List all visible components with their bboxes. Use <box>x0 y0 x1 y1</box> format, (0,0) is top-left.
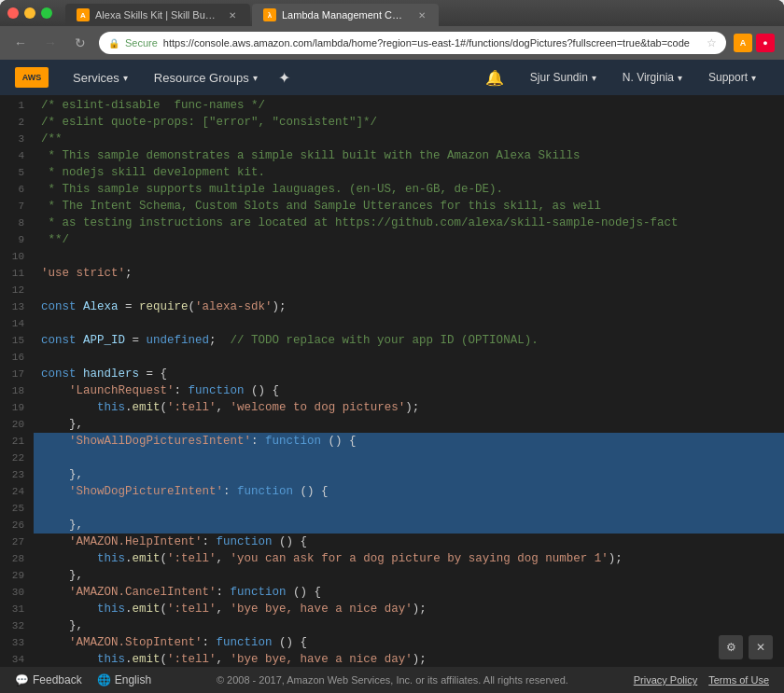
code-line-1: /* eslint-disable func-names */ <box>41 97 777 114</box>
code-line-28: this.emit(':tell', 'you can ask for a do… <box>41 550 777 567</box>
alexa-tab-label: Alexa Skills Kit | Skill Builder B... <box>95 9 217 21</box>
maximize-window-button[interactable] <box>41 7 52 19</box>
bell-icon: 🔔 <box>485 69 504 87</box>
code-line-3: /** <box>41 131 777 147</box>
line-num-13: 13 <box>7 298 24 315</box>
line-num-16: 16 <box>7 349 24 366</box>
lambda-tab-favicon: λ <box>263 8 276 21</box>
address-input[interactable]: 🔒 Secure https://console.aws.amazon.com/… <box>99 32 726 54</box>
line-num-33: 33 <box>7 634 24 651</box>
forward-button[interactable]: → <box>39 32 62 54</box>
line-num-6: 6 <box>7 181 24 198</box>
code-line-31: this.emit(':tell', 'bye bye, have a nice… <box>41 601 777 617</box>
code-content[interactable]: /* eslint-disable func-names */ /* eslin… <box>34 97 784 665</box>
line-num-18: 18 <box>7 382 24 399</box>
code-line-16 <box>41 349 777 366</box>
aws-logo: AWS <box>15 67 49 88</box>
code-line-2: /* eslint quote-props: ["error", "consis… <box>41 114 777 131</box>
nav-region[interactable]: N. Virginia ▾ <box>609 60 695 95</box>
extension-icon-2[interactable]: ● <box>756 34 775 52</box>
code-line-21: 'ShowAllDogPicturesIntent': function () … <box>34 433 784 450</box>
extensions-area: A ● <box>734 34 775 52</box>
line-num-26: 26 <box>7 517 24 534</box>
code-lines: 1 2 3 4 5 6 7 8 9 10 11 12 13 14 ⚠ 15 16… <box>0 95 784 667</box>
secure-label: Secure <box>125 37 158 49</box>
code-line-23: }, <box>34 466 784 483</box>
close-window-button[interactable] <box>7 7 19 19</box>
minimize-window-button[interactable] <box>24 7 35 19</box>
code-line-20: }, <box>41 416 777 433</box>
line-num-24: 24 <box>7 483 24 500</box>
line-num-12: 12 <box>7 282 24 298</box>
code-toolbar: ⚙ ✕ <box>719 635 773 659</box>
close-fullscreen-button[interactable]: ✕ <box>749 635 773 659</box>
line-num-8: 8 <box>7 215 24 231</box>
nav-resource-groups[interactable]: Resource Groups ▾ <box>141 60 271 95</box>
code-line-27: 'AMAZON.HelpIntent': function () { <box>41 534 777 550</box>
code-line-4: * This sample demonstrates a simple skil… <box>41 147 777 164</box>
line-num-19: 19 <box>7 399 24 416</box>
line-num-3: 3 <box>7 131 24 147</box>
line-num-34: 34 <box>7 651 24 667</box>
line-num-10: 10 <box>7 248 24 265</box>
aws-nav-bar: AWS Services ▾ Resource Groups ▾ ✦ 🔔 Sju… <box>0 60 784 95</box>
code-line-5: * nodejs skill development kit. <box>41 164 777 181</box>
title-bar: A Alexa Skills Kit | Skill Builder B... … <box>0 0 784 26</box>
code-line-22 <box>34 450 784 466</box>
code-line-7: * The Intent Schema, Custom Slots and Sa… <box>41 198 777 215</box>
nav-user[interactable]: Sjur Sundin ▾ <box>517 60 609 95</box>
line-num-1: 1 <box>7 97 24 114</box>
code-line-8: * as testing instructions are located at… <box>41 215 777 231</box>
tab-alexa[interactable]: A Alexa Skills Kit | Skill Builder B... … <box>65 4 250 26</box>
code-line-17: const handlers = { <box>41 366 777 382</box>
line-num-4: 4 <box>7 147 24 164</box>
support-chevron: ▾ <box>751 73 756 83</box>
language-icon: 🌐 <box>97 673 111 686</box>
services-chevron: ▾ <box>123 73 128 83</box>
user-chevron: ▾ <box>592 73 596 83</box>
language-label: English <box>115 673 151 686</box>
footer-right: Privacy Policy Terms of Use <box>634 674 769 686</box>
code-line-10 <box>41 248 777 265</box>
nav-services[interactable]: Services ▾ <box>60 60 141 95</box>
nav-support[interactable]: Support ▾ <box>695 60 769 95</box>
code-line-12 <box>41 282 777 298</box>
terms-of-use-link[interactable]: Terms of Use <box>708 674 769 686</box>
lambda-tab-close[interactable]: ✕ <box>416 8 427 21</box>
code-line-9: **/ <box>41 231 777 248</box>
tab-lambda[interactable]: λ Lambda Management Console ✕ <box>252 4 439 26</box>
line-num-9: 9 <box>7 231 24 248</box>
secure-icon: 🔒 <box>108 38 119 49</box>
line-num-11: 11 <box>7 265 24 282</box>
lambda-tab-label: Lambda Management Console <box>282 9 407 21</box>
alexa-tab-favicon: A <box>77 8 90 21</box>
code-line-30: 'AMAZON.CancelIntent': function () { <box>41 584 777 601</box>
bookmark-icon[interactable]: ☆ <box>707 36 717 49</box>
line-num-31: 31 <box>7 601 24 617</box>
line-num-5: 5 <box>7 164 24 181</box>
line-num-30: 30 <box>7 584 24 601</box>
code-line-11: 'use strict'; <box>41 265 777 282</box>
reload-button[interactable]: ↻ <box>69 32 91 54</box>
line-num-27: 27 <box>7 534 24 550</box>
feedback-button[interactable]: 💬 Feedback <box>15 673 82 686</box>
settings-button[interactable]: ⚙ <box>719 635 743 659</box>
code-editor: 1 2 3 4 5 6 7 8 9 10 11 12 13 14 ⚠ 15 16… <box>0 95 784 667</box>
privacy-policy-link[interactable]: Privacy Policy <box>634 674 697 686</box>
nav-bell[interactable]: 🔔 <box>472 60 517 95</box>
line-num-21: 21 <box>7 433 24 450</box>
language-selector[interactable]: 🌐 English <box>97 673 151 686</box>
nav-pin[interactable]: ✦ <box>271 60 298 95</box>
code-line-24: 'ShowDogPictureIntent': function () { <box>34 483 784 500</box>
code-line-26: }, <box>34 517 784 534</box>
footer-copyright: © 2008 - 2017, Amazon Web Services, Inc.… <box>166 674 619 686</box>
line-numbers: 1 2 3 4 5 6 7 8 9 10 11 12 13 14 ⚠ 15 16… <box>0 97 34 665</box>
extension-icon-1[interactable]: A <box>734 34 752 52</box>
back-button[interactable]: ← <box>9 32 32 54</box>
browser-window: A Alexa Skills Kit | Skill Builder B... … <box>0 0 784 693</box>
line-num-20: 20 <box>7 416 24 433</box>
alexa-tab-close[interactable]: ✕ <box>226 8 239 21</box>
line-num-17: 17 <box>7 366 24 382</box>
aws-nav-right: 🔔 Sjur Sundin ▾ N. Virginia ▾ Support ▾ <box>472 60 769 95</box>
code-line-18: 'LaunchRequest': function () { <box>41 382 777 399</box>
